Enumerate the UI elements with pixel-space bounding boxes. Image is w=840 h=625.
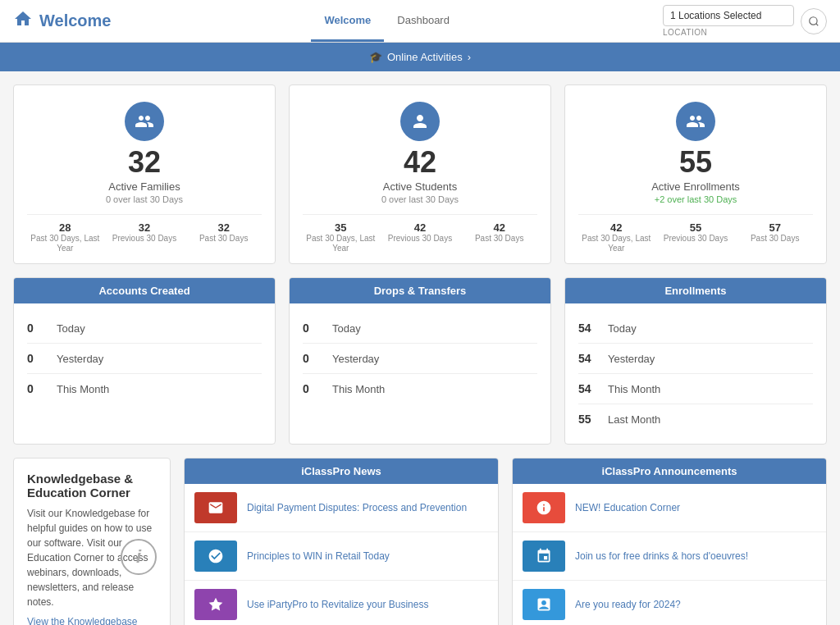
stats-row: 32 Active Families 0 over last 30 Days 2…: [13, 84, 827, 264]
home-icon: [13, 9, 33, 33]
header-right: 1 Locations Selected LOCATION: [663, 5, 827, 37]
bottom-row: Knowledgebase & Education Corner Visit o…: [13, 458, 827, 625]
location-label: LOCATION: [663, 28, 794, 37]
news-thumb-0: [194, 492, 237, 523]
location-wrapper: 1 Locations Selected LOCATION: [663, 5, 794, 37]
announcement-title-0: NEW! Education Corner: [575, 501, 680, 515]
svg-line-1: [816, 23, 819, 25]
banner-arrow: ›: [468, 51, 471, 63]
accounts-created-card: Accounts Created 0 Today 0 Yesterday 0 T…: [13, 277, 276, 445]
enroll-today: 54 Today: [578, 313, 813, 344]
families-count: 32: [27, 148, 262, 177]
enrollments-count: 55: [578, 148, 813, 177]
announcement-thumb-1: [523, 541, 565, 572]
families-sub-2: 32 Past 30 Days: [185, 221, 262, 253]
students-sub-row: 35 Past 30 Days, Last Year 42 Previous 3…: [303, 221, 537, 253]
nav-tabs: Welcome Dashboard: [311, 1, 462, 42]
location-select[interactable]: 1 Locations Selected: [663, 5, 794, 26]
stat-card-families: 32 Active Families 0 over last 30 Days 2…: [13, 84, 276, 264]
sections-row: Accounts Created 0 Today 0 Yesterday 0 T…: [13, 277, 827, 445]
online-activities-banner[interactable]: 🎓 Online Activities ›: [0, 43, 840, 71]
students-count: 42: [303, 148, 537, 177]
drops-transfers-body: 0 Today 0 Yesterday 0 This Month: [290, 303, 550, 413]
search-icon: [808, 16, 819, 27]
families-sub-1: 32 Previous 30 Days: [107, 221, 183, 253]
students-sub-2: 42 Past 30 Days: [461, 221, 537, 253]
news-item-0[interactable]: Digital Payment Disputes: Process and Pr…: [185, 484, 498, 532]
svg-point-0: [810, 16, 817, 24]
enrollments-section-body: 54 Today 54 Yesterday 54 This Month 55 L…: [565, 303, 826, 444]
main-content: 32 Active Families 0 over last 30 Days 2…: [0, 71, 840, 625]
knowledgebase-title: Knowledgebase & Education Corner: [27, 472, 157, 500]
tab-dashboard[interactable]: Dashboard: [384, 1, 463, 42]
announcement-title-1: Join us for free drinks & hors d'oeuvres…: [575, 550, 748, 563]
enrollments-section-header: Enrollments: [565, 278, 826, 303]
students-icon: [400, 102, 440, 141]
announcement-title-2: Are you ready for 2024?: [575, 598, 681, 612]
news-thumb-1: [194, 541, 237, 572]
news-item-1[interactable]: Principles to WIN in Retail Today: [185, 532, 498, 581]
enroll-yesterday: 54 Yesterday: [578, 344, 813, 374]
students-sub-1: 42 Previous 30 Days: [382, 221, 459, 253]
news-header: iClassPro News: [185, 458, 498, 484]
accounts-month: 0 This Month: [27, 374, 262, 404]
logo: Welcome: [13, 9, 111, 33]
header: Welcome Welcome Dashboard 1 Locations Se…: [0, 0, 840, 43]
info-column: Knowledgebase & Education Corner Visit o…: [13, 458, 171, 625]
enroll-last-month: 55 Last Month: [578, 404, 813, 434]
accounts-yesterday: 0 Yesterday: [27, 344, 262, 374]
families-icon: [125, 102, 164, 141]
search-button[interactable]: [801, 8, 827, 34]
app-title: Welcome: [39, 11, 111, 30]
info-icon: i: [121, 539, 157, 575]
families-label: Active Families: [27, 180, 262, 193]
drops-transfers-card: Drops & Transfers 0 Today 0 Yesterday 0 …: [289, 277, 551, 445]
stat-card-students: 42 Active Students 0 over last 30 Days 3…: [289, 84, 551, 264]
enrollments-sub-1: 55 Previous 30 Days: [658, 221, 734, 253]
news-title-0: Digital Payment Disputes: Process and Pr…: [247, 501, 467, 515]
announcements-body: NEW! Education Corner Join us for free d…: [513, 484, 826, 625]
enrollments-sub-0: 42 Past 30 Days, Last Year: [578, 221, 655, 253]
drops-transfers-header: Drops & Transfers: [290, 278, 550, 303]
accounts-today: 0 Today: [27, 313, 262, 344]
families-sublabel: 0 over last 30 Days: [27, 194, 262, 204]
banner-emoji: 🎓: [369, 51, 382, 63]
banner-text: Online Activities: [387, 51, 463, 63]
students-sub-0: 35 Past 30 Days, Last Year: [303, 221, 379, 253]
accounts-created-body: 0 Today 0 Yesterday 0 This Month: [14, 303, 275, 413]
news-item-2[interactable]: Use iPartyPro to Revitalize your Busines…: [185, 581, 498, 625]
tab-welcome[interactable]: Welcome: [311, 1, 384, 42]
news-card: iClassPro News Digital Payment Disputes:…: [184, 458, 499, 625]
enrollments-sub-2: 57 Past 30 Days: [737, 221, 813, 253]
drops-month: 0 This Month: [303, 374, 537, 404]
students-label: Active Students: [303, 180, 537, 193]
announcement-item-0[interactable]: NEW! Education Corner: [513, 484, 826, 532]
enroll-month: 54 This Month: [578, 374, 813, 404]
announcement-item-2[interactable]: Are you ready for 2024?: [513, 581, 826, 625]
enrollments-sublabel: +2 over last 30 Days: [578, 194, 813, 204]
news-title-1: Principles to WIN in Retail Today: [247, 550, 390, 563]
news-title-2: Use iPartyPro to Revitalize your Busines…: [247, 598, 428, 612]
accounts-created-header: Accounts Created: [14, 278, 275, 303]
news-thumb-2: [194, 589, 237, 620]
drops-today: 0 Today: [303, 313, 537, 344]
knowledgebase-link[interactable]: View the Knowledgebase: [27, 616, 157, 625]
knowledgebase-card: Knowledgebase & Education Corner Visit o…: [13, 458, 171, 625]
announcement-item-1[interactable]: Join us for free drinks & hors d'oeuvres…: [513, 532, 826, 581]
enrollments-section-card: Enrollments 54 Today 54 Yesterday 54 Thi…: [564, 277, 827, 445]
announcements-header: iClassPro Announcements: [513, 458, 826, 484]
enrollments-label: Active Enrollments: [578, 180, 813, 193]
families-sub-row: 28 Past 30 Days, Last Year 32 Previous 3…: [27, 221, 262, 253]
announcement-thumb-2: [523, 589, 565, 620]
news-body: Digital Payment Disputes: Process and Pr…: [185, 484, 498, 625]
students-sublabel: 0 over last 30 Days: [303, 194, 537, 204]
stat-card-enrollments: 55 Active Enrollments +2 over last 30 Da…: [564, 84, 827, 264]
enrollments-sub-row: 42 Past 30 Days, Last Year 55 Previous 3…: [578, 221, 813, 253]
families-sub-0: 28 Past 30 Days, Last Year: [27, 221, 103, 253]
announcement-thumb-0: [523, 492, 565, 523]
enrollments-icon: [676, 102, 715, 141]
announcements-card: iClassPro Announcements NEW! Education C…: [512, 458, 827, 625]
drops-yesterday: 0 Yesterday: [303, 344, 537, 374]
